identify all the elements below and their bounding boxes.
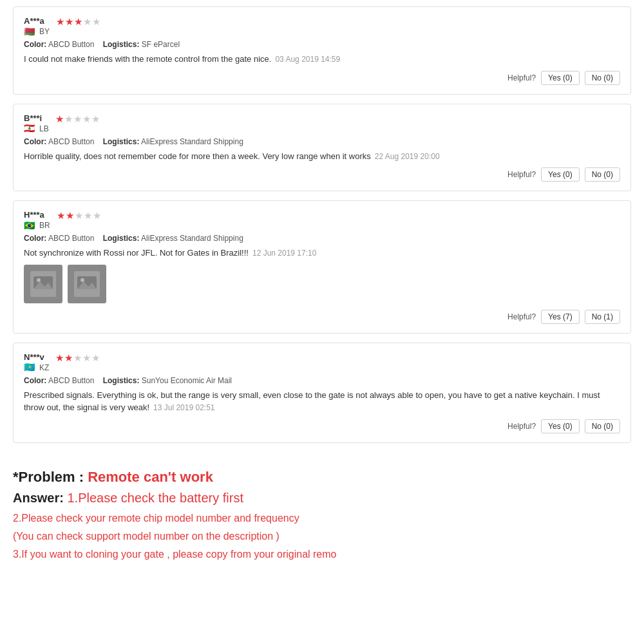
star-icon: ★ — [82, 352, 91, 364]
star-icon: ★ — [92, 16, 100, 28]
reviewer-name: A***a — [24, 16, 50, 26]
reviewer-country: 🇱🇧 LB — [24, 124, 49, 133]
review-header: B***i 🇱🇧 LB ★★★★★ — [24, 113, 620, 133]
star-icon: ★ — [57, 210, 65, 222]
helpful-yes-button[interactable]: Yes (7) — [541, 310, 580, 324]
star-icon: ★ — [74, 16, 82, 28]
reviews-container: A***a 🇧🇾 BY ★★★★★ Color: ABCD Button Log… — [0, 0, 644, 459]
country-code: BY — [39, 27, 50, 36]
review-meta: Color: ABCD Button Logistics: SF eParcel — [24, 40, 620, 49]
helpful-row: Helpful? Yes (0) No (0) — [24, 167, 620, 182]
review-image-1[interactable] — [68, 265, 106, 303]
reviewer-info: H***a 🇧🇷 BR — [24, 210, 50, 230]
helpful-no-button[interactable]: No (1) — [585, 310, 620, 324]
star-rating: ★★★★★ — [56, 16, 100, 28]
reviewer-country: 🇧🇷 BR — [24, 221, 50, 230]
review-header: A***a 🇧🇾 BY ★★★★★ — [24, 16, 620, 36]
country-flag-icon: 🇱🇧 — [24, 124, 37, 133]
helpful-no-button[interactable]: No (0) — [585, 167, 620, 182]
star-icon: ★ — [73, 352, 82, 364]
star-icon: ★ — [73, 113, 82, 125]
helpful-row: Helpful? Yes (0) No (0) — [24, 71, 620, 85]
review-date: 13 Jul 2019 02:51 — [153, 403, 214, 412]
logistics-label: Logistics: — [103, 137, 140, 146]
country-flag-icon: 🇧🇷 — [24, 222, 37, 230]
review-date: 03 Aug 2019 14:59 — [275, 55, 340, 64]
logistics-label: Logistics: — [103, 40, 140, 49]
color-label: Color: — [24, 137, 46, 146]
review-card: A***a 🇧🇾 BY ★★★★★ Color: ABCD Button Log… — [13, 6, 631, 95]
faq-problem-text: Remote can't work — [88, 469, 213, 485]
star-icon: ★ — [75, 210, 83, 222]
review-header: N***v 🇰🇿 KZ ★★★★★ — [24, 352, 620, 372]
reviewer-name: H***a — [24, 210, 50, 220]
faq-answer-row: Answer: 1.Please check the battery first — [13, 491, 631, 506]
faq-answer-2b: (You can check support model number on t… — [13, 529, 631, 544]
star-icon: ★ — [66, 210, 74, 222]
reviewer-country: 🇰🇿 KZ — [24, 363, 49, 372]
logistics-label: Logistics: — [103, 234, 140, 243]
review-card: B***i 🇱🇧 LB ★★★★★ Color: ABCD Button Log… — [13, 104, 631, 192]
star-icon: ★ — [64, 352, 73, 364]
helpful-yes-button[interactable]: Yes (0) — [541, 419, 580, 433]
faq-problem: *Problem : Remote can't work — [13, 469, 631, 486]
helpful-label: Helpful? — [507, 170, 536, 179]
helpful-label: Helpful? — [507, 73, 536, 82]
reviewer-info: B***i 🇱🇧 LB — [24, 113, 49, 133]
review-image-0[interactable] — [24, 265, 62, 303]
helpful-row: Helpful? Yes (0) No (0) — [24, 419, 620, 433]
helpful-label: Helpful? — [507, 312, 536, 321]
faq-section: *Problem : Remote can't work Answer: 1.P… — [0, 459, 644, 571]
review-text: Horrible quality, does not remember code… — [24, 150, 620, 163]
reviewer-country: 🇧🇾 BY — [24, 27, 50, 36]
faq-problem-prefix: *Problem : — [13, 469, 88, 485]
helpful-no-button[interactable]: No (0) — [585, 419, 620, 433]
color-label: Color: — [24, 40, 46, 49]
reviewer-name: B***i — [24, 113, 49, 123]
star-icon: ★ — [65, 16, 73, 28]
helpful-yes-button[interactable]: Yes (0) — [541, 167, 580, 182]
review-date: 22 Aug 2019 20:00 — [375, 152, 440, 161]
star-icon: ★ — [91, 352, 100, 364]
star-icon: ★ — [55, 113, 64, 125]
star-icon: ★ — [84, 210, 92, 222]
star-rating: ★★★★★ — [55, 113, 100, 125]
image-placeholder-icon — [74, 271, 100, 297]
review-meta: Color: ABCD Button Logistics: AliExpress… — [24, 234, 620, 243]
star-icon: ★ — [64, 113, 73, 125]
color-label: Color: — [24, 376, 46, 385]
color-label: Color: — [24, 234, 46, 243]
faq-answer-3: 3.If you want to cloning your gate , ple… — [13, 547, 631, 562]
star-icon: ★ — [56, 16, 64, 28]
review-card: H***a 🇧🇷 BR ★★★★★ Color: ABCD Button Log… — [13, 200, 631, 334]
review-text: Not synchronize with Rossi nor JFL. Not … — [24, 247, 620, 260]
star-icon: ★ — [91, 113, 100, 125]
review-card: N***v 🇰🇿 KZ ★★★★★ Color: ABCD Button Log… — [13, 343, 631, 443]
country-code: BR — [39, 221, 50, 230]
helpful-label: Helpful? — [507, 422, 536, 431]
helpful-no-button[interactable]: No (0) — [585, 71, 620, 85]
country-flag-icon: 🇧🇾 — [24, 28, 37, 36]
image-placeholder-icon — [30, 271, 56, 297]
star-rating: ★★★★★ — [55, 352, 100, 364]
star-icon: ★ — [83, 16, 91, 28]
faq-answer-2: 2.Please check your remote chip model nu… — [13, 511, 631, 526]
country-code: KZ — [39, 363, 49, 372]
star-icon: ★ — [82, 113, 91, 125]
review-header: H***a 🇧🇷 BR ★★★★★ — [24, 210, 620, 230]
logistics-label: Logistics: — [103, 376, 140, 385]
country-code: LB — [39, 124, 49, 133]
review-meta: Color: ABCD Button Logistics: AliExpress… — [24, 137, 620, 146]
country-flag-icon: 🇰🇿 — [24, 363, 37, 372]
svg-point-2 — [37, 278, 41, 282]
faq-answer-1: 1.Please check the battery first — [67, 491, 243, 505]
review-date: 12 Jun 2019 17:10 — [252, 249, 316, 258]
review-text: Prescribed signals. Everything is ok, bu… — [24, 389, 620, 414]
helpful-yes-button[interactable]: Yes (0) — [541, 71, 580, 85]
reviewer-info: A***a 🇧🇾 BY — [24, 16, 50, 36]
reviewer-info: N***v 🇰🇿 KZ — [24, 352, 49, 372]
reviewer-name: N***v — [24, 352, 49, 362]
faq-answer-prefix: Answer: — [13, 491, 67, 505]
review-text: I could not make friends with the remote… — [24, 53, 620, 66]
star-icon: ★ — [55, 352, 64, 364]
